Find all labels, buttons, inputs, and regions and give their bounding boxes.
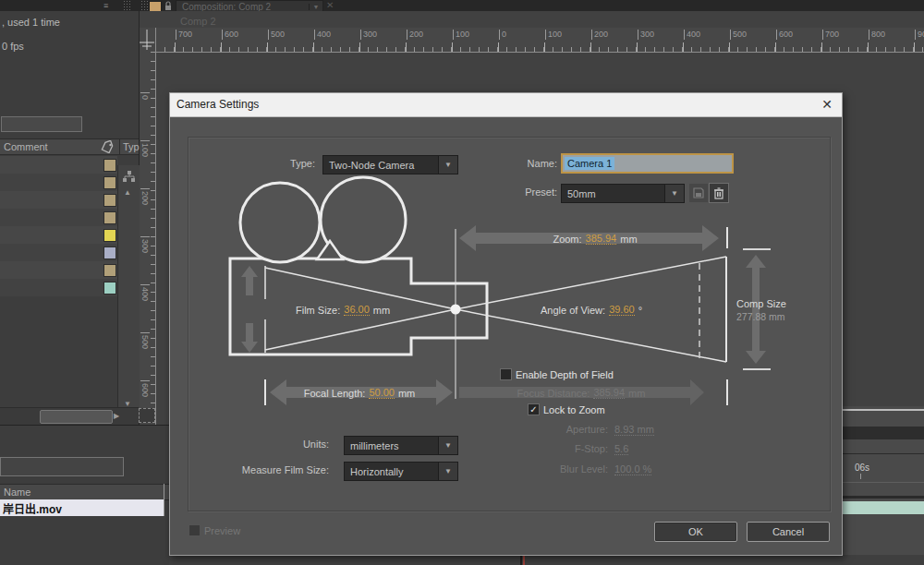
- column-divider: [164, 484, 164, 516]
- timeline-row[interactable]: [0, 244, 117, 261]
- comp-panel-header: Composition: Comp 2 ▼ ✕: [139, 0, 924, 11]
- blur-level-value: 100.0 %: [614, 463, 651, 475]
- focal-length-value[interactable]: 50.00: [369, 387, 395, 399]
- h-scrollbar-thumb[interactable]: [40, 410, 113, 424]
- comp-size-value: 277.88 mm: [736, 311, 786, 322]
- h-ruler-label: 300: [360, 30, 377, 40]
- film-size-readout: Film Size: 36.00 mm: [296, 304, 390, 316]
- project-search-box[interactable]: [0, 457, 124, 476]
- preset-label: Preset:: [500, 186, 557, 198]
- h-ruler-label: 400: [314, 30, 331, 40]
- preset-dropdown[interactable]: 50mm ▼: [561, 184, 685, 203]
- focal-length-unit: mm: [398, 388, 415, 399]
- type-dropdown[interactable]: Two-Node Camera ▼: [322, 155, 458, 174]
- dialog-titlebar[interactable]: Camera Settings ✕: [170, 93, 842, 117]
- ok-button[interactable]: OK: [654, 522, 737, 542]
- angle-of-view-value[interactable]: 39.60: [609, 304, 635, 316]
- timeline-row[interactable]: [0, 226, 117, 244]
- lock-to-zoom-row: ✓ Lock to Zoom: [528, 403, 605, 415]
- label-color-swatch[interactable]: [103, 246, 116, 259]
- units-dropdown[interactable]: millimeters ▼: [344, 436, 458, 455]
- measure-film-size-dropdown[interactable]: Horizontally ▼: [344, 462, 458, 481]
- timeline-row[interactable]: [0, 261, 117, 279]
- label-color-swatch[interactable]: [103, 211, 116, 224]
- preview-checkbox: [188, 524, 201, 536]
- lock-to-zoom-checkbox[interactable]: ✓: [528, 403, 540, 415]
- panel-drag-handle[interactable]: [140, 0, 148, 11]
- zoom-unit: mm: [620, 234, 637, 245]
- scroll-up-icon[interactable]: ▲: [124, 189, 131, 197]
- zoom-readout: Zoom: 385.94 mm: [484, 233, 706, 245]
- project-panel: Name 岸日出.mov: [0, 425, 169, 565]
- enable-dof-checkbox[interactable]: [500, 368, 512, 380]
- h-ruler-labels: 7006005004003002001000100200300400500600…: [155, 28, 924, 52]
- time-ruler-label: 06s: [855, 463, 869, 473]
- lock-to-zoom-label: Lock to Zoom: [543, 404, 605, 415]
- parent-link-icon[interactable]: [123, 171, 136, 183]
- timeline-row[interactable]: [0, 191, 117, 209]
- h-ruler-label: 100: [545, 30, 562, 40]
- type-label: Type:: [232, 158, 315, 169]
- timeline-row[interactable]: [0, 209, 117, 226]
- h-ruler-label: 500: [268, 30, 285, 40]
- units-label: Units:: [232, 439, 329, 450]
- timeline-row[interactable]: [0, 174, 117, 191]
- name-column-header[interactable]: Name: [0, 484, 169, 500]
- timeline-row[interactable]: [0, 156, 117, 174]
- cancel-button[interactable]: Cancel: [747, 522, 830, 542]
- label-color-swatch[interactable]: [103, 264, 116, 277]
- v-ruler-label: 400: [140, 284, 150, 301]
- preview-label: Preview: [204, 525, 240, 536]
- panel-menu-icon[interactable]: ≡: [103, 0, 108, 11]
- type-value: Two-Node Camera: [323, 160, 438, 171]
- chevron-down-icon: ▼: [438, 437, 457, 454]
- trash-icon: [713, 187, 724, 199]
- blur-level-label: Blur Level:: [518, 463, 608, 475]
- tab-dropdown-icon[interactable]: ▼: [309, 4, 322, 10]
- preset-value: 50mm: [562, 188, 664, 199]
- camera-name-value: Camera 1: [565, 157, 614, 170]
- aperture-label: Aperture:: [518, 424, 608, 435]
- label-color-swatch[interactable]: [103, 229, 116, 242]
- v-ruler-label: 200: [140, 188, 150, 205]
- floppy-icon: [693, 187, 704, 198]
- dialog-close-icon[interactable]: ✕: [821, 97, 833, 112]
- region-of-interest-icon[interactable]: [139, 408, 155, 423]
- h-ruler-label: 600: [222, 30, 238, 40]
- ruler-crosshair-icon: [139, 28, 155, 52]
- playhead-line: [523, 555, 525, 565]
- h-ruler-label: 500: [730, 30, 747, 40]
- scroll-right-icon[interactable]: ▶: [114, 413, 119, 420]
- h-ruler-label: 200: [407, 30, 423, 40]
- timeline-right-slice: 06s: [841, 406, 924, 565]
- h-ruler-label: 300: [638, 30, 654, 40]
- comp-size-readout: Comp Size 277.88 mm: [736, 298, 786, 322]
- label-color-swatch[interactable]: [103, 176, 116, 189]
- tab-close-icon[interactable]: ✕: [326, 0, 334, 11]
- v-ruler-label: 100: [140, 140, 150, 157]
- h-ruler-label: 0: [499, 30, 506, 40]
- v-ruler-labels: 0100200300400500600: [139, 28, 155, 425]
- film-size-unit: mm: [373, 305, 390, 316]
- delete-preset-button[interactable]: [709, 183, 729, 203]
- label-color-swatch[interactable]: [103, 159, 116, 172]
- angle-of-view-label: Angle of View:: [541, 305, 605, 316]
- timeline-row[interactable]: [0, 279, 117, 296]
- camera-settings-dialog: Camera Settings ✕: [169, 92, 843, 556]
- tab-label: Composition: Comp 2: [176, 2, 309, 12]
- camera-reel-left: [240, 183, 320, 262]
- panel-drag-handle[interactable]: [123, 0, 130, 11]
- footage-item-row[interactable]: 岸日出.mov: [0, 499, 164, 516]
- label-color-swatch[interactable]: [103, 194, 116, 207]
- film-size-value[interactable]: 36.00: [344, 304, 370, 316]
- camera-name-input[interactable]: Camera 1: [561, 153, 734, 174]
- units-value: millimeters: [345, 440, 438, 451]
- zoom-value[interactable]: 385.94: [586, 233, 617, 245]
- h-ruler-label: 600: [776, 30, 793, 40]
- h-ruler-label: 400: [684, 30, 700, 40]
- h-scrollbar-track[interactable]: ▶: [0, 407, 139, 426]
- label-color-swatch[interactable]: [103, 282, 116, 295]
- work-area-bar[interactable]: [841, 501, 924, 514]
- preview-row: Preview: [188, 524, 240, 536]
- h-ruler-label: 900: [915, 30, 924, 40]
